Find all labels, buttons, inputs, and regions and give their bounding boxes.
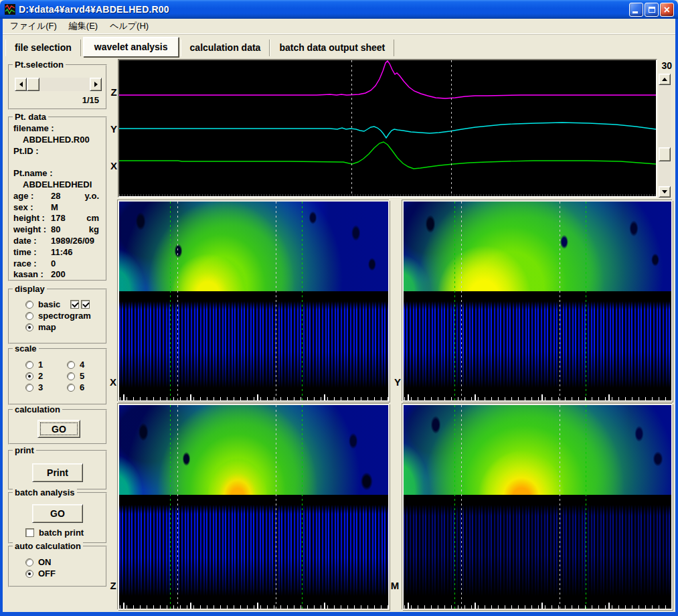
scroll-left-button[interactable] [15,78,27,91]
panel-cursor-line [276,405,276,609]
scale-option-2[interactable]: 2 [25,370,67,382]
group-title: Pt. data [13,112,48,122]
radio-icon[interactable] [25,301,33,309]
patient-field-unit: cm [86,213,99,223]
radio-icon[interactable] [25,558,33,566]
radio-icon[interactable] [67,384,75,392]
menu-item-e[interactable]: 編集(E) [63,19,104,33]
patient-scrollbar[interactable] [15,78,102,91]
patient-field-label: filename : [13,123,54,133]
wavelet-panel-m[interactable] [402,404,673,610]
basic-checkbox[interactable] [81,300,90,309]
tab-batch-data-output-sheet[interactable]: batch data output sheet [270,40,394,56]
scalogram-map-m [404,405,671,495]
display-option-spectrogram[interactable]: spectrogram [25,310,106,321]
auto-calc-option-on[interactable]: ON [25,556,106,568]
radio-icon[interactable] [67,361,75,369]
close-button[interactable]: × [660,3,674,17]
auto-calc-option-off[interactable]: OFF [25,568,106,579]
patient-field-label: race : [13,258,51,268]
scale-option-1[interactable]: 1 [25,359,67,370]
tab-strip: file selectionwavelet analysiscalculatio… [5,39,394,56]
radio-icon[interactable] [25,312,33,320]
display-option-map[interactable]: map [25,321,106,333]
title-bar[interactable]: D:¥data4¥arvd4¥ABDELHED.R00 × [0,0,678,19]
scale-option-6[interactable]: 6 [67,382,108,393]
patient-data-row [13,157,102,168]
radio-icon[interactable] [25,570,33,578]
batch-go-button[interactable]: GO [32,504,83,523]
scale-option-3[interactable]: 3 [25,382,67,393]
panel-cursor-line [302,202,303,400]
wave-scrollbar[interactable] [659,74,671,198]
panel-cursor-line [302,405,303,609]
tab-file-selection[interactable]: file selection [5,40,81,56]
patient-field-label: Pt.name : [13,168,53,178]
minimize-button[interactable] [629,3,643,17]
scrollbar-thumb[interactable] [659,147,671,161]
patient-field-value: 178 [51,213,66,223]
option-label: 6 [80,382,84,392]
option-label: 3 [38,382,43,392]
window-title: D:¥data4¥arvd4¥ABDELHED.R00 [19,4,169,15]
basic-checkbox[interactable] [70,300,79,309]
basic-checkbox-cluster [70,300,90,309]
radio-icon[interactable] [25,323,33,331]
panel-cursor-line [170,202,171,400]
menu-item-h[interactable]: ヘルプ(H) [104,19,155,33]
tab-wavelet-analysis[interactable]: wavelet analysis [83,37,179,57]
scrollbar-thumb[interactable] [27,78,39,91]
scalogram-map-x [119,202,388,291]
maximize-icon [649,7,655,13]
auto-calculation-options: ONOFF [9,547,106,579]
patient-field-label: weight : [13,224,51,234]
wavelet-panel-y[interactable] [402,200,673,402]
option-label: 1 [38,360,43,370]
print-button[interactable]: Print [32,463,83,482]
scroll-right-button[interactable] [90,78,102,91]
patient-field-value: M [51,202,58,212]
panel-cursor-line [586,202,586,400]
wavelet-stripes-x [119,301,388,388]
scale-option-5[interactable]: 5 [67,370,108,382]
window-border-left [0,19,3,612]
patient-field-label: date : [13,236,51,246]
batch-print-checkbox[interactable] [25,528,34,537]
group-print: print Print [8,450,107,490]
calculation-go-button[interactable]: GO [37,420,80,438]
wavelet-panel-x[interactable] [118,200,390,402]
radio-icon[interactable] [25,361,33,369]
patient-data-row: race :0 [13,258,102,270]
batch-print-checkbox-row[interactable]: batch print [25,527,84,538]
option-label: map [38,322,56,332]
waveform-chart[interactable] [118,59,657,198]
patient-data-row: ABDELHED.R00 [13,135,102,146]
patient-data-row: Pt.name : [13,168,102,179]
maximize-button[interactable] [645,3,659,17]
scroll-down-button[interactable] [659,186,671,198]
panel-cursor-line [586,405,586,609]
window-border-bottom [0,612,678,616]
menu-item-f[interactable]: ファイル(F) [4,19,63,33]
wavelet-panel-z[interactable] [118,404,390,610]
radio-icon[interactable] [67,372,75,380]
patient-field-label: sex : [13,202,51,212]
scrollbar-track[interactable] [659,74,671,198]
radio-icon[interactable] [25,372,33,380]
patient-field-value: ABDELHEDHEDI [13,179,92,189]
scale-option-4[interactable]: 4 [67,359,108,370]
scroll-up-button[interactable] [659,74,671,85]
display-option-basic[interactable]: basic [25,299,106,310]
panel-gap [404,291,671,301]
group-title: scale [13,343,39,354]
patient-data-list: filename :ABDELHED.R00Pt.ID :Pt.name :AB… [9,118,106,281]
radio-icon[interactable] [25,384,33,392]
panel-cursor-line [170,405,171,609]
panel-label-y: Y [392,376,403,388]
option-label: basic [38,299,60,309]
group-scale: scale 123456 [8,348,107,405]
option-label: ON [38,557,52,567]
group-pt-data: Pt. data filename :ABDELHED.R00Pt.ID :Pt… [8,117,107,281]
tab-calculation-data[interactable]: calculation data [181,40,270,56]
group-title: Pt.selection [13,60,66,70]
